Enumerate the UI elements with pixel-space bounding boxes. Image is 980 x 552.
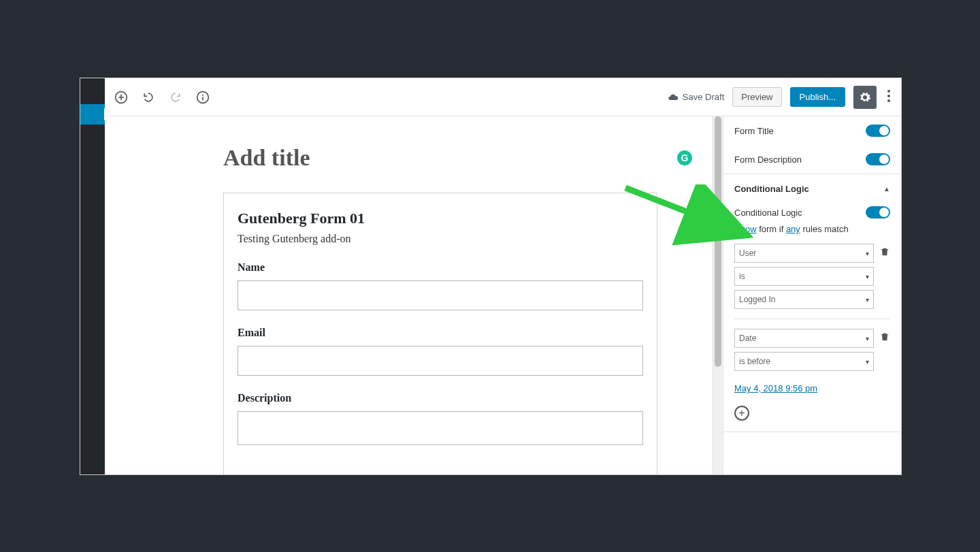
- settings-button[interactable]: [853, 86, 877, 109]
- form-title-toggle-label: Form Title: [734, 126, 774, 136]
- collapse-icon: ▲: [883, 185, 890, 193]
- description-input[interactable]: [238, 411, 643, 445]
- rule-sentence: Show form if any rules match: [734, 224, 890, 234]
- svg-point-5: [887, 99, 890, 102]
- conditional-logic-header[interactable]: Conditional Logic ▲: [723, 174, 901, 204]
- rule-group-1: User is Logged In: [734, 244, 890, 319]
- form-title-toggle[interactable]: [866, 125, 890, 137]
- form-title: Gutenberg Form 01: [238, 210, 643, 227]
- form-description-toggle[interactable]: [866, 153, 890, 165]
- conditional-logic-toggle[interactable]: [866, 206, 890, 218]
- form-title-toggle-row: Form Title: [723, 116, 901, 145]
- save-draft-button[interactable]: Save Draft: [668, 92, 724, 103]
- delete-rule-button[interactable]: [879, 246, 890, 259]
- editor-frame: Save Draft Preview Publish... Add title …: [105, 78, 901, 474]
- form-description: Testing Gutenberg add-on: [238, 233, 643, 245]
- more-menu-button[interactable]: [885, 90, 893, 105]
- conditional-logic-toggle-row: Conditional Logic: [734, 204, 890, 218]
- gear-icon: [859, 91, 871, 103]
- conditional-logic-toggle-label: Conditional Logic: [734, 208, 802, 218]
- form-description-toggle-row: Form Description: [723, 145, 901, 174]
- rule-operator-select[interactable]: is before: [734, 352, 874, 371]
- cloud-icon: [668, 92, 679, 103]
- svg-point-2: [202, 94, 203, 95]
- save-draft-label: Save Draft: [683, 92, 724, 102]
- wp-admin-collapse-tab[interactable]: [80, 104, 105, 125]
- publish-button[interactable]: Publish...: [790, 87, 845, 107]
- form-field-description: Description: [238, 392, 643, 445]
- redo-button[interactable]: [167, 89, 184, 105]
- scrollbar[interactable]: [713, 116, 723, 474]
- add-rule-button[interactable]: +: [734, 406, 749, 421]
- show-hide-link[interactable]: Show: [734, 224, 757, 234]
- post-title-input[interactable]: Add title: [223, 145, 644, 171]
- form-field-email: Email: [238, 327, 643, 376]
- rule-date-link[interactable]: May 4, 2018 9:56 pm: [734, 383, 817, 393]
- email-input[interactable]: [238, 346, 643, 376]
- rule-group-2: Date is before: [734, 329, 890, 371]
- form-block[interactable]: Gutenberg Form 01 Testing Gutenberg add-…: [223, 193, 657, 474]
- delete-rule-button[interactable]: [879, 331, 890, 344]
- rule-field-select[interactable]: User: [734, 244, 874, 263]
- conditional-logic-section: Conditional Logic ▲ Conditional Logic Sh…: [723, 174, 901, 432]
- form-field-name: Name: [238, 261, 643, 310]
- kebab-icon: [887, 90, 890, 102]
- trash-icon: [879, 331, 890, 342]
- scrollbar-thumb[interactable]: [715, 116, 721, 367]
- form-description-toggle-label: Form Description: [734, 155, 802, 165]
- trash-icon: [879, 246, 890, 257]
- field-label: Name: [238, 261, 643, 274]
- svg-point-3: [887, 90, 890, 93]
- svg-point-4: [887, 95, 890, 97]
- name-input[interactable]: [238, 280, 643, 310]
- field-label: Email: [238, 327, 643, 339]
- preview-button[interactable]: Preview: [732, 87, 781, 107]
- undo-button[interactable]: [140, 89, 157, 105]
- section-title: Conditional Logic: [734, 184, 809, 194]
- rule-value-select[interactable]: Logged In: [734, 290, 874, 309]
- grammarly-icon[interactable]: G: [677, 150, 692, 165]
- rule-operator-select[interactable]: is: [734, 267, 874, 286]
- add-block-button[interactable]: [113, 89, 129, 105]
- next-section[interactable]: [723, 432, 901, 445]
- info-button[interactable]: [195, 89, 211, 105]
- field-label: Description: [238, 392, 643, 404]
- rule-field-select[interactable]: Date: [734, 329, 874, 348]
- any-all-link[interactable]: any: [786, 224, 800, 234]
- editor-content: Add title G Gutenberg Form 01 Testing Gu…: [105, 116, 713, 474]
- editor-topbar: Save Draft Preview Publish...: [105, 78, 901, 116]
- settings-sidebar: Form Title Form Description Conditional …: [723, 116, 901, 474]
